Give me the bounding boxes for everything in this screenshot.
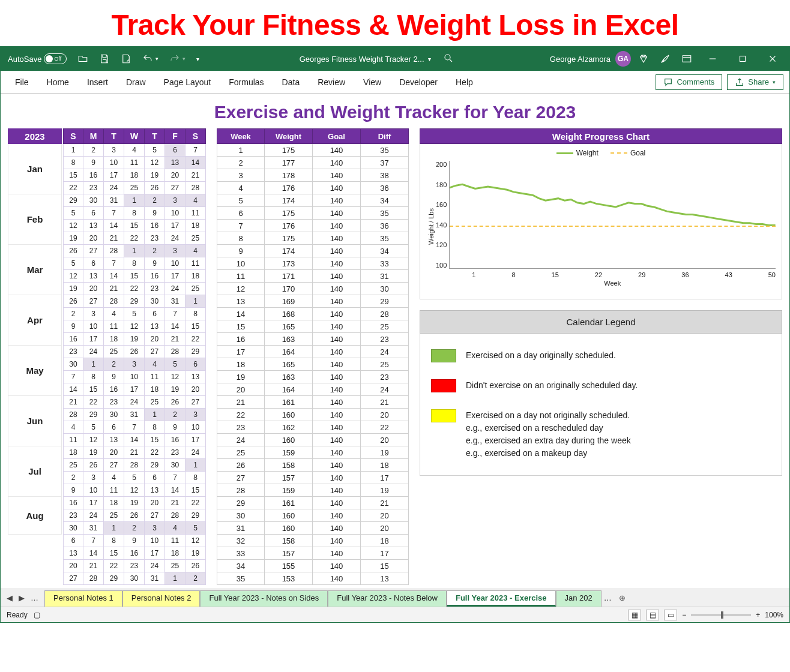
wt-cell[interactable]: 159 xyxy=(265,484,313,497)
cal-day-cell[interactable]: 28 xyxy=(124,459,145,472)
cal-day-cell[interactable]: 24 xyxy=(83,509,104,522)
wt-cell[interactable]: 177 xyxy=(265,157,313,169)
wt-cell[interactable]: 140 xyxy=(313,283,361,295)
cal-day-cell[interactable]: 20 xyxy=(145,497,165,509)
cal-day-cell[interactable]: 6 xyxy=(83,257,104,270)
cal-day-cell[interactable]: 29 xyxy=(145,459,165,472)
cal-day-cell[interactable]: 22 xyxy=(63,182,83,194)
cal-day-cell[interactable]: 6 xyxy=(63,535,83,547)
ribbon-display-icon[interactable] xyxy=(678,51,696,67)
cal-day-cell[interactable]: 1 xyxy=(185,459,206,472)
quill-icon[interactable] xyxy=(656,51,674,67)
cal-day-cell[interactable]: 6 xyxy=(104,421,124,434)
wt-cell[interactable]: 10 xyxy=(217,257,265,270)
cal-day-cell[interactable]: 3 xyxy=(83,308,104,320)
menu-formulas[interactable]: Formulas xyxy=(220,74,272,91)
wt-cell[interactable]: 20 xyxy=(217,383,265,396)
cal-day-cell[interactable]: 26 xyxy=(165,396,185,409)
cal-day-cell[interactable]: 29 xyxy=(63,194,83,207)
cal-day-cell[interactable]: 9 xyxy=(124,535,145,547)
diamond-icon[interactable] xyxy=(635,51,653,67)
cal-day-cell[interactable]: 28 xyxy=(185,182,206,194)
wt-cell[interactable]: 140 xyxy=(313,358,361,371)
cal-day-cell[interactable]: 6 xyxy=(145,472,165,484)
wt-cell[interactable]: 24 xyxy=(217,434,265,446)
redo-icon[interactable]: ▾ xyxy=(166,51,189,67)
cal-day-cell[interactable]: 18 xyxy=(185,220,206,232)
cal-day-cell[interactable]: 18 xyxy=(165,547,185,560)
wt-cell[interactable]: 28 xyxy=(217,484,265,497)
cal-day-cell[interactable]: 25 xyxy=(124,182,145,194)
wt-cell[interactable]: 165 xyxy=(265,358,313,371)
wt-cell[interactable]: 176 xyxy=(265,220,313,232)
cal-day-cell[interactable]: 23 xyxy=(145,283,165,295)
wt-cell[interactable]: 21 xyxy=(217,396,265,409)
menu-developer[interactable]: Developer xyxy=(391,74,446,91)
wt-cell[interactable]: 25 xyxy=(217,446,265,459)
cal-day-cell[interactable]: 29 xyxy=(124,295,145,308)
cal-day-cell[interactable]: 21 xyxy=(104,283,124,295)
wt-cell[interactable]: 173 xyxy=(265,257,313,270)
cal-day-cell[interactable]: 23 xyxy=(124,560,145,572)
menu-data[interactable]: Data xyxy=(274,74,309,91)
zoom-slider[interactable] xyxy=(691,614,751,616)
wt-cell[interactable]: 175 xyxy=(265,144,313,157)
cal-day-cell[interactable]: 20 xyxy=(83,232,104,245)
cal-day-cell[interactable]: 28 xyxy=(165,509,185,522)
wt-cell[interactable]: 162 xyxy=(265,421,313,434)
cal-day-cell[interactable]: 26 xyxy=(145,182,165,194)
cal-day-cell[interactable]: 22 xyxy=(104,560,124,572)
wt-cell[interactable]: 140 xyxy=(313,396,361,409)
wt-cell[interactable]: 21 xyxy=(361,396,409,409)
wt-cell[interactable]: 153 xyxy=(265,572,313,585)
wt-cell[interactable]: 12 xyxy=(217,283,265,295)
cal-day-cell[interactable]: 19 xyxy=(63,283,83,295)
wt-cell[interactable]: 6 xyxy=(217,207,265,220)
cal-day-cell[interactable]: 27 xyxy=(165,182,185,194)
menu-home[interactable]: Home xyxy=(38,74,77,91)
wt-cell[interactable]: 31 xyxy=(361,270,409,283)
wt-cell[interactable]: 158 xyxy=(265,535,313,547)
cal-day-cell[interactable]: 23 xyxy=(165,446,185,459)
cal-day-cell[interactable]: 11 xyxy=(104,484,124,497)
cal-day-cell[interactable]: 1 xyxy=(145,409,165,421)
cal-day-cell[interactable]: 5 xyxy=(145,144,165,157)
cal-day-cell[interactable]: 5 xyxy=(124,308,145,320)
wt-cell[interactable]: 19 xyxy=(361,446,409,459)
open-icon[interactable] xyxy=(74,51,92,67)
wt-cell[interactable]: 3 xyxy=(217,169,265,182)
cal-day-cell[interactable]: 3 xyxy=(83,472,104,484)
cal-day-cell[interactable]: 31 xyxy=(165,295,185,308)
wt-cell[interactable]: 19 xyxy=(217,371,265,383)
cal-day-cell[interactable]: 25 xyxy=(104,346,124,358)
cal-day-cell[interactable]: 9 xyxy=(83,157,104,169)
user-account[interactable]: George Alzamora GA xyxy=(550,51,631,67)
wt-cell[interactable]: 140 xyxy=(313,472,361,484)
cal-day-cell[interactable]: 10 xyxy=(104,157,124,169)
cal-day-cell[interactable]: 27 xyxy=(145,509,165,522)
cal-day-cell[interactable]: 29 xyxy=(83,409,104,421)
cal-day-cell[interactable]: 10 xyxy=(145,535,165,547)
cal-day-cell[interactable]: 13 xyxy=(83,220,104,232)
wt-cell[interactable]: 33 xyxy=(217,547,265,560)
wt-cell[interactable]: 158 xyxy=(265,459,313,472)
wt-cell[interactable]: 5 xyxy=(217,194,265,207)
cal-day-cell[interactable]: 12 xyxy=(124,484,145,497)
wt-cell[interactable]: 161 xyxy=(265,497,313,509)
cal-day-cell[interactable]: 18 xyxy=(63,446,83,459)
wt-cell[interactable]: 176 xyxy=(265,182,313,194)
cal-day-cell[interactable]: 26 xyxy=(124,346,145,358)
cal-day-cell[interactable]: 17 xyxy=(165,270,185,283)
cal-day-cell[interactable]: 7 xyxy=(104,207,124,220)
cal-day-cell[interactable]: 31 xyxy=(104,194,124,207)
wt-cell[interactable]: 38 xyxy=(361,169,409,182)
cal-day-cell[interactable]: 2 xyxy=(145,194,165,207)
wt-cell[interactable]: 174 xyxy=(265,194,313,207)
cal-day-cell[interactable]: 26 xyxy=(63,245,83,257)
wt-cell[interactable]: 33 xyxy=(361,257,409,270)
cal-day-cell[interactable]: 7 xyxy=(165,472,185,484)
cal-day-cell[interactable]: 19 xyxy=(145,169,165,182)
tab-overflow-icon[interactable]: … xyxy=(28,591,41,605)
cal-day-cell[interactable]: 7 xyxy=(63,371,83,383)
cal-day-cell[interactable]: 30 xyxy=(124,572,145,585)
